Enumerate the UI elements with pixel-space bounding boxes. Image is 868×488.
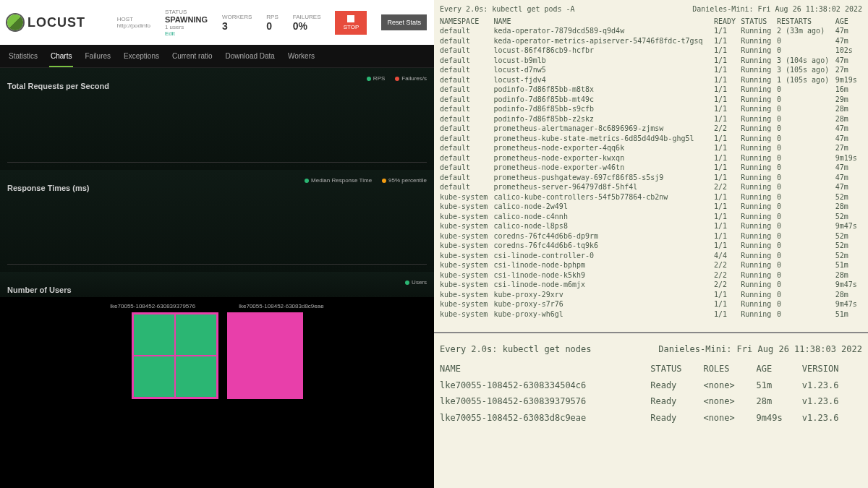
table-header: RESTARTS xyxy=(777,17,835,27)
chart-users-title: Number of Users xyxy=(7,286,427,294)
worker-thumb-1[interactable] xyxy=(132,312,218,399)
table-row: kube-systemcalico-node-l8ps81/1Running09… xyxy=(440,221,862,231)
table-row: defaultkeda-operator-7879dcd589-q9d4w1/1… xyxy=(440,26,862,36)
tab-failures[interactable]: Failures xyxy=(83,48,112,67)
locust-header: LOCUST HOST http://podinfo STATUS SPAWNI… xyxy=(0,0,434,45)
tab-statistics[interactable]: Statistics xyxy=(7,48,39,67)
table-row: kube-systemkube-proxy-29xrv1/1Running028… xyxy=(440,290,862,300)
table-header: NAME xyxy=(440,361,650,377)
stop-icon xyxy=(347,15,354,22)
table-row: kube-systemcsi-linode-node-m6mjx2/2Runni… xyxy=(440,280,862,290)
table-row: kube-systemcsi-linode-node-bphpm2/2Runni… xyxy=(440,260,862,270)
table-row: defaultlocust-fjdv41/1Running1 (105s ago… xyxy=(440,75,862,85)
table-row: defaultpodinfo-7d86f85bb-mt49c1/1Running… xyxy=(440,95,862,105)
locust-icon xyxy=(7,14,23,30)
stat-failures: FAILURES 0% xyxy=(293,14,321,32)
chart-response-times: Median Response Time95% percentile Respo… xyxy=(0,170,434,272)
term2-cmd: Every 2.0s: kubectl get nodes xyxy=(440,342,592,356)
legend-item: Failures/s xyxy=(395,75,427,82)
table-header: STATUS xyxy=(650,361,703,377)
table-row: defaultprometheus-alertmanager-8c6896969… xyxy=(440,124,862,134)
worker-thumb-label: lke70055-108452-63083d8c9eae xyxy=(239,303,323,309)
stat-rps: RPS 0 xyxy=(266,14,278,32)
table-row: lke70055-108452-6308334504c6Ready<none>5… xyxy=(440,377,862,393)
table-row: defaultpodinfo-7d86f85bb-s9cfb1/1Running… xyxy=(440,104,862,114)
table-row: kube-systemcoredns-76fc44d6b6-dp9rm1/1Ru… xyxy=(440,231,862,241)
stat-workers: WORKERS 3 xyxy=(222,14,252,32)
table-row: defaultlocust-b9mlb1/1Running3 (104s ago… xyxy=(440,56,862,66)
tab-current-ratio[interactable]: Current ratio xyxy=(171,48,214,67)
legend-item: 95% percentile xyxy=(382,177,427,184)
legend-item: Median Response Time xyxy=(305,177,372,184)
chart-requests: RPSFailures/s Total Requests per Second xyxy=(0,68,434,170)
chart-requests-title: Total Requests per Second xyxy=(7,82,427,90)
worker-thumb-2[interactable] xyxy=(227,312,303,399)
term1-host: Danieles-Mini: Fri Aug 26 11:38:02 2022 xyxy=(692,4,862,14)
chart-response-title: Response Times (ms) xyxy=(7,184,427,192)
term2-host: Danieles-Mini: Fri Aug 26 11:38:03 2022 xyxy=(658,342,862,356)
table-header: AGE xyxy=(757,361,802,377)
table-row: defaultprometheus-kube-state-metrics-6d8… xyxy=(440,134,862,144)
table-row: kube-systemcoredns-76fc44d6b6-tq9k61/1Ru… xyxy=(440,241,862,251)
locust-tabs: StatisticsChartsFailuresExceptionsCurren… xyxy=(0,45,434,68)
table-row: defaultprometheus-node-exporter-4qq6k1/1… xyxy=(440,143,862,153)
legend-item: RPS xyxy=(367,75,385,82)
table-row: defaultkeda-operator-metrics-apiserver-5… xyxy=(440,36,862,46)
stat-status: STATUS SPAWNING 1 users Edit xyxy=(165,9,208,37)
table-row: kube-systemcalico-kube-controllers-54f5b… xyxy=(440,192,862,202)
table-header: VERSION xyxy=(802,361,862,377)
stat-host: HOST http://podinfo xyxy=(117,16,150,29)
legend-item: Users xyxy=(405,279,427,286)
table-row: defaultprometheus-server-964797d8f-5hf4l… xyxy=(440,182,862,192)
table-header: AGE xyxy=(835,17,862,27)
worker-thumb-label: lke70055-108452-630839379576 xyxy=(110,303,195,309)
edit-link[interactable]: Edit xyxy=(165,30,208,37)
worker-thumbnails: lke70055-108452-630839379576lke70055-108… xyxy=(0,297,434,488)
table-row: kube-systemcalico-node-c4nnh1/1Running05… xyxy=(440,212,862,222)
locust-pane: LOCUST HOST http://podinfo STATUS SPAWNI… xyxy=(0,0,434,488)
table-row: kube-systemcsi-linode-node-k5kh92/2Runni… xyxy=(440,270,862,281)
term1-cmd: Every 2.0s: kubectl get pods -A xyxy=(440,4,575,14)
table-row: kube-systemkube-proxy-s7r761/1Running09m… xyxy=(440,299,862,309)
tab-exceptions[interactable]: Exceptions xyxy=(122,48,161,67)
table-header: ROLES xyxy=(703,361,756,377)
locust-brand: LOCUST xyxy=(27,15,85,30)
reset-stats-button[interactable]: Reset Stats xyxy=(381,14,427,30)
terminal-pods: Every 2.0s: kubectl get pods -A Danieles… xyxy=(434,0,868,326)
tab-download-data[interactable]: Download Data xyxy=(224,48,276,67)
table-row: kube-systemkube-proxy-wh6gl1/1Running051… xyxy=(440,309,862,320)
stop-button[interactable]: STOP xyxy=(335,11,367,35)
nodes-table: NAMESTATUSROLESAGEVERSIONlke70055-108452… xyxy=(440,361,862,426)
pods-table: NAMESPACENAMEREADYSTATUSRESTARTSAGEdefau… xyxy=(440,17,862,320)
terminal-pane: Every 2.0s: kubectl get pods -A Danieles… xyxy=(434,0,868,488)
table-header: NAME xyxy=(494,17,714,27)
table-row: defaultprometheus-node-exporter-w46tn1/1… xyxy=(440,163,862,173)
table-header: NAMESPACE xyxy=(440,17,494,27)
tab-charts[interactable]: Charts xyxy=(49,48,73,67)
table-row: kube-systemcsi-linode-controller-04/4Run… xyxy=(440,251,862,261)
tab-workers[interactable]: Workers xyxy=(286,48,316,67)
terminal-divider[interactable] xyxy=(434,332,868,333)
table-row: defaultlocust-86f4f86cb9-hcfbr1/1Running… xyxy=(440,46,862,56)
table-row: lke70055-108452-630839379576Ready<none>2… xyxy=(440,393,862,409)
chart-users: Users Number of Users xyxy=(0,272,434,297)
table-row: kube-systemcalico-node-2w49l1/1Running02… xyxy=(440,202,862,212)
table-row: defaultlocust-d7nw51/1Running3 (105s ago… xyxy=(440,65,862,75)
table-row: defaultpodinfo-7d86f85bb-z2skz1/1Running… xyxy=(440,114,862,124)
table-header: READY xyxy=(714,17,741,27)
table-header: STATUS xyxy=(741,17,777,27)
table-row: lke70055-108452-63083d8c9eaeReady<none>9… xyxy=(440,410,862,426)
table-row: defaultprometheus-pushgateway-697cf86f85… xyxy=(440,173,862,183)
terminal-nodes: Every 2.0s: kubectl get nodes Danieles-M… xyxy=(434,338,868,430)
locust-logo: LOCUST xyxy=(7,14,85,30)
table-row: defaultpodinfo-7d86f85bb-m8t8x1/1Running… xyxy=(440,85,862,95)
table-row: defaultprometheus-node-exporter-kwxqn1/1… xyxy=(440,153,862,163)
